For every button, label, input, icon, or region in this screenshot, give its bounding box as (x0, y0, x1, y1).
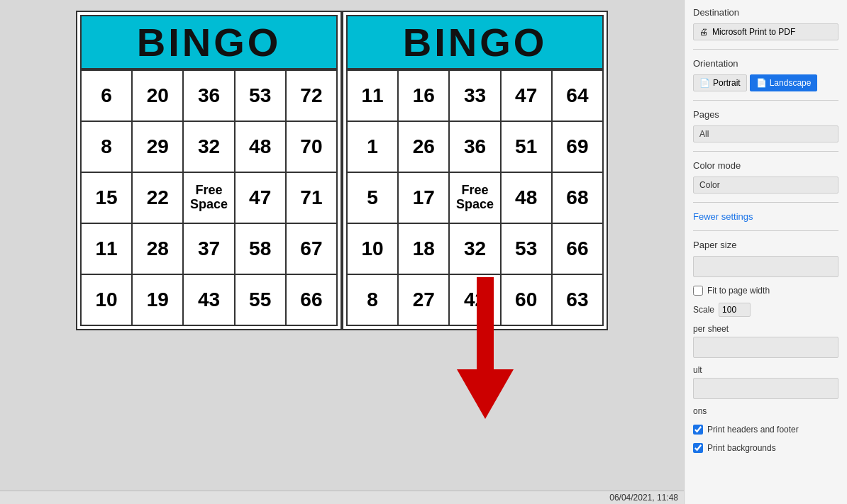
svg-rect-0 (477, 277, 494, 369)
table-row: 55 (236, 275, 287, 326)
bingo-card-1: BINGO 6 20 36 53 72 8 29 32 48 70 15 22 … (76, 11, 342, 330)
table-row: 69 (553, 122, 604, 173)
table-row: 37 (184, 224, 235, 275)
table-row: 51 (502, 122, 553, 173)
landscape-button[interactable]: 📄 Landscape (750, 74, 818, 91)
table-row: 11 (82, 224, 133, 275)
right-panel: Destination 🖨 Microsoft Print to PDF Ori… (684, 0, 847, 504)
table-row: 18 (399, 224, 450, 275)
orientation-label: Orientation (693, 58, 838, 69)
table-row: 36 (184, 71, 235, 122)
table-row: 11 (348, 71, 399, 122)
scale-row: Scale (693, 303, 838, 317)
bingo-cards-container: BINGO 6 20 36 53 72 8 29 32 48 70 15 22 … (76, 11, 608, 330)
table-row: 36 (450, 122, 501, 173)
print-backgrounds-row: Print backgrounds (693, 443, 838, 453)
table-row: 43 (184, 275, 235, 326)
divider-5 (693, 230, 838, 231)
per-sheet-dropdown[interactable] (693, 337, 838, 358)
color-mode-section: Color mode Color (693, 160, 838, 194)
table-row: 64 (553, 71, 604, 122)
print-headers-checkbox[interactable] (693, 425, 703, 435)
fit-to-page-checkbox[interactable] (693, 286, 703, 296)
landscape-icon: 📄 (756, 78, 767, 88)
per-sheet-section: per sheet (693, 324, 838, 358)
print-backgrounds-checkbox[interactable] (693, 443, 703, 453)
paper-size-label: Paper size (693, 240, 838, 250)
destination-section: Destination 🖨 Microsoft Print to PDF (693, 7, 838, 40)
landscape-label: Landscape (770, 78, 812, 88)
pages-label: Pages (693, 109, 838, 120)
fit-to-page-label: Fit to page width (707, 286, 770, 296)
table-row: 70 (287, 122, 338, 173)
table-row: 17 (399, 173, 450, 224)
table-row: 32 (184, 122, 235, 173)
scale-input[interactable] (719, 303, 751, 317)
free-space-cell-1: FreeSpace (184, 173, 235, 224)
table-row: 53 (236, 71, 287, 122)
table-row: 20 (133, 71, 184, 122)
scale-label: Scale (693, 305, 714, 315)
paper-size-section: Paper size (693, 240, 838, 277)
table-row: 10 (82, 275, 133, 326)
options-label: ons (693, 406, 838, 416)
portrait-button[interactable]: 📄 Portrait (693, 74, 747, 91)
bingo-title-1: BINGO (80, 15, 338, 69)
color-mode-label: Color mode (693, 160, 838, 171)
paper-size-dropdown[interactable] (693, 256, 838, 277)
table-row: 8 (82, 122, 133, 173)
table-row: 53 (502, 224, 553, 275)
table-row: 29 (133, 122, 184, 173)
table-row: 26 (399, 122, 450, 173)
divider-1 (693, 49, 838, 50)
table-row: 22 (133, 173, 184, 224)
table-row: 19 (133, 275, 184, 326)
table-row: 66 (553, 224, 604, 275)
table-row: 71 (287, 173, 338, 224)
orientation-buttons: 📄 Portrait 📄 Landscape (693, 74, 838, 91)
portrait-icon: 📄 (699, 78, 710, 88)
pages-value: All (693, 125, 838, 142)
default-label: ult (693, 365, 838, 375)
print-backgrounds-label: Print backgrounds (707, 443, 776, 453)
print-headers-row: Print headers and footer (693, 425, 838, 435)
fewer-settings-link[interactable]: Fewer settings (693, 211, 838, 222)
default-section: ult (693, 365, 838, 399)
destination-button[interactable]: 🖨 Microsoft Print to PDF (693, 23, 838, 40)
status-bar: 06/04/2021, 11:48 (0, 491, 684, 504)
destination-label: Destination (693, 7, 838, 18)
table-row: 66 (287, 275, 338, 326)
table-row: 67 (287, 224, 338, 275)
destination-value: Microsoft Print to PDF (712, 27, 795, 37)
table-row: 68 (553, 173, 604, 224)
status-timestamp: 06/04/2021, 11:48 (609, 493, 678, 503)
table-row: 27 (399, 275, 450, 326)
table-row: 32 (450, 224, 501, 275)
bingo-title-2: BINGO (346, 15, 604, 69)
table-row: 28 (133, 224, 184, 275)
color-mode-value: Color (693, 177, 838, 194)
table-row: 5 (348, 173, 399, 224)
divider-3 (693, 151, 838, 152)
table-row: 8 (348, 275, 399, 326)
table-row: 1 (348, 122, 399, 173)
pages-section: Pages All (693, 109, 838, 142)
divider-2 (693, 100, 838, 101)
table-row: 33 (450, 71, 501, 122)
table-row: 10 (348, 224, 399, 275)
table-row: 58 (236, 224, 287, 275)
portrait-label: Portrait (713, 78, 741, 88)
divider-4 (693, 202, 838, 203)
svg-marker-1 (457, 369, 514, 419)
table-row: 48 (236, 122, 287, 173)
free-space-cell-2: FreeSpace (450, 173, 501, 224)
table-row: 63 (553, 275, 604, 326)
printer-icon: 🖨 (699, 27, 708, 37)
default-dropdown[interactable] (693, 378, 838, 399)
fit-to-page-row: Fit to page width (693, 286, 838, 296)
orientation-section: Orientation 📄 Portrait 📄 Landscape (693, 58, 838, 91)
table-row: 47 (236, 173, 287, 224)
table-row: 15 (82, 173, 133, 224)
table-row: 72 (287, 71, 338, 122)
red-arrow-overlay (457, 277, 514, 419)
